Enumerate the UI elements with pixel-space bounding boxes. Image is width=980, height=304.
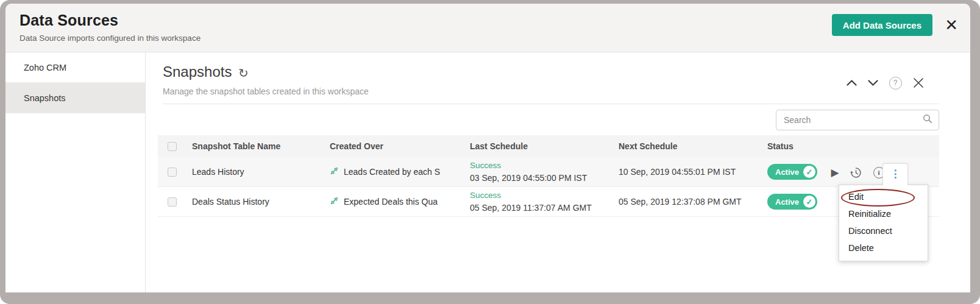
help-icon[interactable]: ? [888, 76, 903, 90]
panel-subtitle: Manage the snapshot tables created in th… [163, 87, 369, 96]
sync-history-icon[interactable] [848, 164, 864, 180]
column-header: Next Schedule [609, 141, 756, 151]
context-menu: Edit Reinitialize Disconnect Delete [839, 185, 928, 261]
last-schedule-time: 03 Sep, 2019 04:55:00 PM IST [470, 172, 609, 184]
vertical-dots-icon: ⋮ [890, 169, 901, 179]
table-row[interactable]: Deals Status History Expected Deals this… [158, 187, 939, 217]
snapshots-table: Snapshot Table Name Created Over Last Sc… [158, 135, 939, 217]
chevron-down-icon[interactable] [865, 76, 880, 90]
search-input[interactable] [776, 115, 923, 125]
chevron-up-icon[interactable] [844, 76, 859, 90]
sidebar-item-zoho-crm[interactable]: Zoho CRM [5, 52, 145, 83]
sidebar-item-snapshots[interactable]: Snapshots [5, 83, 145, 113]
modal-close-icon[interactable]: ✕ [945, 17, 958, 33]
search-icon[interactable] [923, 114, 932, 126]
snapshot-name: Deals Status History [185, 197, 321, 207]
column-header: Last Schedule [460, 140, 609, 152]
select-all-checkbox[interactable] [168, 142, 177, 151]
divider [163, 104, 939, 104]
check-icon: ✓ [803, 196, 815, 208]
table-header-row: Snapshot Table Name Created Over Last Sc… [158, 135, 939, 157]
last-schedule-status: Success [470, 160, 609, 172]
trend-arrow-icon [330, 196, 339, 207]
sidebar-item-label: Zoho CRM [24, 63, 66, 72]
sidebar: Zoho CRM Snapshots [5, 52, 146, 292]
menu-item-delete[interactable]: Delete [839, 239, 928, 256]
row-checkbox[interactable] [168, 197, 177, 207]
status-label: Active [775, 197, 799, 207]
menu-item-edit[interactable]: Edit [839, 188, 928, 205]
column-header: Created Over [321, 141, 460, 151]
created-over-view[interactable]: Leads Created by each S [344, 167, 440, 177]
column-header: Status [756, 141, 823, 151]
add-data-sources-button[interactable]: Add Data Sources [832, 14, 932, 36]
run-now-icon[interactable]: ▶ [827, 164, 843, 180]
last-schedule-status: Success [470, 189, 609, 202]
sidebar-item-label: Snapshots [24, 93, 66, 103]
modal-header: Data Sources Data Source imports configu… [5, 4, 970, 52]
check-icon: ✓ [803, 166, 815, 178]
column-header: Snapshot Table Name [185, 141, 321, 151]
status-label: Active [775, 168, 799, 177]
data-sources-modal: Data Sources Data Source imports configu… [5, 4, 970, 292]
panel-close-icon[interactable] [911, 76, 926, 90]
panel-title: Snapshots [163, 63, 232, 80]
status-badge[interactable]: Active ✓ [767, 164, 817, 180]
more-actions-button[interactable]: ⋮ [882, 163, 908, 185]
screenshot-frame: Data Sources Data Source imports configu… [0, 0, 980, 304]
page-title: Data Sources [20, 12, 118, 29]
status-badge[interactable]: Active ✓ [767, 194, 817, 210]
table-row[interactable]: Leads History Leads Created by each S Su… [158, 157, 939, 187]
page-subtitle: Data Source imports configured in this w… [20, 34, 201, 43]
row-checkbox[interactable] [168, 168, 177, 177]
next-schedule-time: 10 Sep, 2019 04:55:01 PM IST [609, 167, 756, 177]
menu-item-disconnect[interactable]: Disconnect [839, 222, 928, 239]
menu-item-reinitialize[interactable]: Reinitialize [839, 205, 928, 222]
last-schedule-time: 05 Sep, 2019 11:37:07 AM GMT [470, 202, 609, 214]
created-over-view[interactable]: Expected Deals this Qua [344, 197, 438, 207]
snapshots-panel: Snapshots ↻ Manage the snapshot tables c… [146, 52, 970, 292]
question-mark-glyph: ? [889, 77, 902, 90]
refresh-icon[interactable]: ↻ [238, 66, 249, 80]
trend-arrow-icon [330, 166, 339, 177]
search-box [776, 110, 939, 130]
next-schedule-time: 05 Sep, 2019 12:37:08 PM GMT [609, 197, 756, 207]
snapshot-name: Leads History [185, 167, 321, 177]
